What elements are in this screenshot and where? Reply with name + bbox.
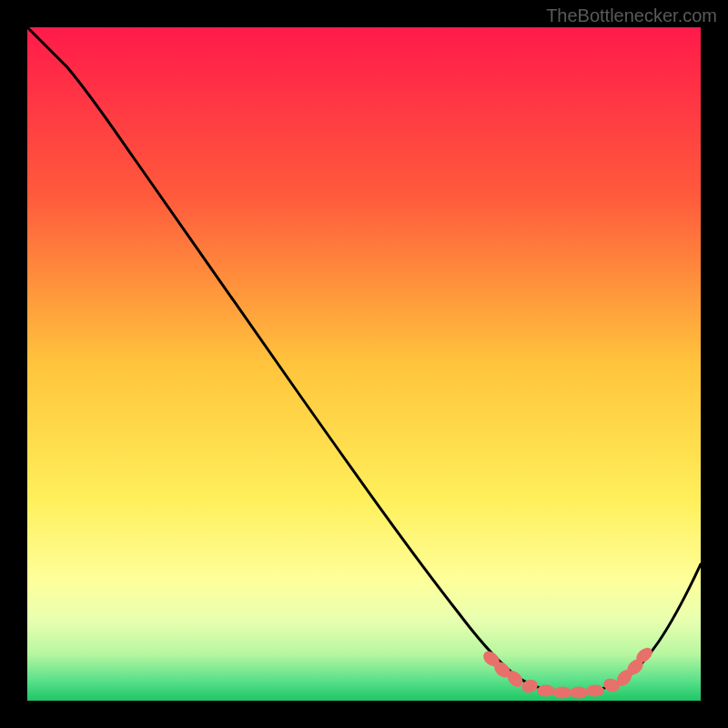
optimal-zone-markers bbox=[480, 645, 655, 699]
svg-point-6 bbox=[553, 687, 571, 699]
watermark-text: TheBottlenecker.com bbox=[546, 5, 717, 26]
chart-plot-area bbox=[27, 27, 701, 701]
svg-point-5 bbox=[537, 685, 555, 697]
chart-curve bbox=[27, 27, 701, 701]
svg-point-7 bbox=[570, 687, 588, 699]
svg-point-8 bbox=[586, 685, 604, 697]
